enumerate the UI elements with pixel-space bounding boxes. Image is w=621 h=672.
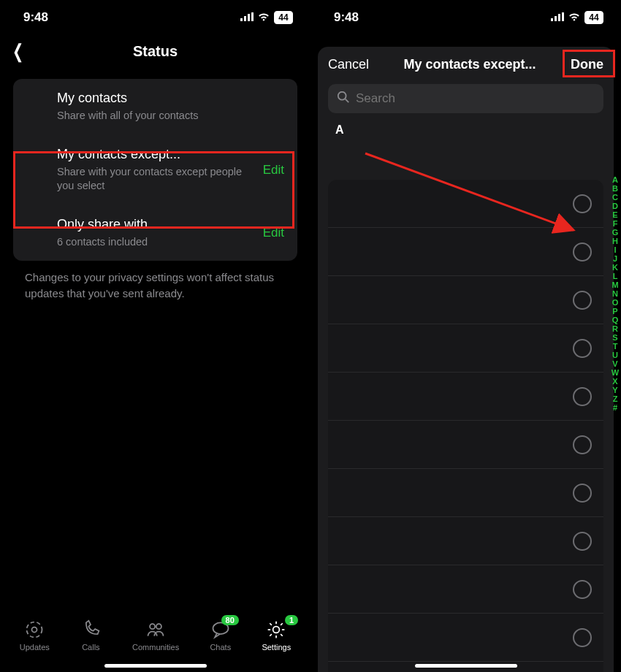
contact-row[interactable] [328,469,603,517]
alpha-letter[interactable]: M [609,280,621,289]
alpha-letter[interactable]: L [609,272,621,280]
contact-row[interactable] [328,421,603,469]
select-circle-icon[interactable] [573,194,592,213]
option-my-contacts[interactable]: My contacts Share with all of your conta… [13,79,297,135]
svg-point-4 [27,622,42,638]
status-bar: 9:48 44 [310,0,621,32]
svg-rect-10 [551,18,553,21]
option-title: My contacts [57,91,198,106]
tab-calls[interactable]: Calls [80,619,102,652]
tab-updates[interactable]: Updates [20,619,50,652]
tab-bar: Updates Calls Communities 80 Chats 1 Set… [0,614,310,654]
select-circle-icon[interactable] [573,484,592,503]
contact-picker-sheet: Cancel My contacts except... Done A [318,47,614,672]
select-circle-icon[interactable] [573,580,592,599]
tab-label: Updates [20,643,50,652]
svg-point-14 [338,92,346,100]
contact-row[interactable] [328,517,603,565]
status-bar: 9:48 44 [0,0,310,32]
clock: 9:48 [23,10,48,25]
wifi-icon [568,10,581,25]
page-title: Status [133,43,178,60]
svg-line-15 [346,99,349,103]
alpha-letter[interactable]: W [609,368,621,377]
alpha-letter[interactable]: C [609,193,621,202]
cancel-button[interactable]: Cancel [328,57,369,72]
alpha-letter[interactable]: V [609,359,621,368]
select-circle-icon[interactable] [573,387,592,406]
settings-badge: 1 [285,615,298,625]
battery-icon: 44 [584,11,603,24]
alpha-letter[interactable]: K [609,263,621,272]
alpha-letter[interactable]: F [609,219,621,228]
alpha-letter[interactable]: H [609,237,621,245]
contact-row[interactable] [328,276,603,324]
home-indicator [104,664,207,668]
option-title: My contacts except... [57,147,247,162]
svg-rect-11 [555,16,557,21]
right-screen: 9:48 44 Cancel My contacts except... Don… [310,0,621,672]
alpha-letter[interactable]: U [609,351,621,359]
svg-point-9 [273,627,280,633]
contact-row[interactable] [328,614,603,662]
edit-button[interactable]: Edit [263,163,284,177]
alpha-letter[interactable]: J [609,254,621,263]
select-circle-icon[interactable] [573,532,592,551]
contacts-list[interactable] [328,180,603,672]
edit-button[interactable]: Edit [263,226,284,240]
contact-row[interactable] [328,373,603,421]
option-subtitle: Share with all of your contacts [57,109,198,123]
alpha-letter[interactable]: I [609,245,621,254]
done-button[interactable]: Done [571,57,603,72]
alpha-index[interactable]: ABCDEFGHIJKLMNOPQRSTUVWXYZ# [609,175,621,412]
alpha-letter[interactable]: P [609,307,621,316]
sheet-title: My contacts except... [403,57,536,72]
alpha-letter[interactable]: O [609,298,621,307]
tab-communities[interactable]: Communities [132,619,179,652]
chats-badge: 80 [221,615,239,625]
select-circle-icon[interactable] [573,628,592,647]
contact-row[interactable] [328,324,603,373]
svg-point-5 [32,627,37,633]
alpha-letter[interactable]: D [609,202,621,210]
alpha-letter[interactable]: A [609,175,621,184]
signal-icon [551,10,564,25]
tab-settings[interactable]: 1 Settings [262,619,291,652]
alpha-letter[interactable]: Y [609,386,621,394]
search-bar[interactable] [328,84,603,113]
alpha-letter[interactable]: # [609,403,621,412]
sheet-header: Cancel My contacts except... Done [318,47,614,83]
alpha-letter[interactable]: T [609,342,621,351]
contact-row[interactable] [328,565,603,614]
option-only-share-with[interactable]: Only share with... 6 contacts included E… [13,205,297,261]
alpha-letter[interactable]: Z [609,394,621,403]
tab-label: Calls [82,643,99,652]
option-subtitle: Share with your contacts except people y… [57,165,247,194]
select-circle-icon[interactable] [573,291,592,310]
tab-label: Communities [132,643,179,652]
svg-rect-0 [240,18,243,21]
search-input[interactable] [356,91,595,106]
contact-row[interactable] [328,180,603,228]
contact-row[interactable] [328,228,603,276]
tab-chats[interactable]: 80 Chats [210,619,232,652]
signal-icon [240,10,254,25]
privacy-options-group: My contacts Share with all of your conta… [13,79,297,261]
option-my-contacts-except[interactable]: My contacts except... Share with your co… [13,135,297,205]
svg-rect-13 [562,12,564,21]
clock: 9:48 [334,10,359,25]
select-circle-icon[interactable] [573,435,592,454]
alpha-letter[interactable]: B [609,184,621,193]
alpha-letter[interactable]: G [609,228,621,237]
alpha-letter[interactable]: R [609,324,621,333]
alpha-letter[interactable]: N [609,289,621,298]
back-button[interactable]: ❮ [10,40,26,63]
alpha-letter[interactable]: X [609,377,621,386]
svg-rect-1 [244,16,246,21]
alpha-letter[interactable]: Q [609,316,621,324]
select-circle-icon[interactable] [573,243,592,261]
svg-point-7 [156,624,161,629]
select-circle-icon[interactable] [573,339,592,358]
alpha-letter[interactable]: S [609,333,621,342]
alpha-letter[interactable]: E [609,210,621,219]
